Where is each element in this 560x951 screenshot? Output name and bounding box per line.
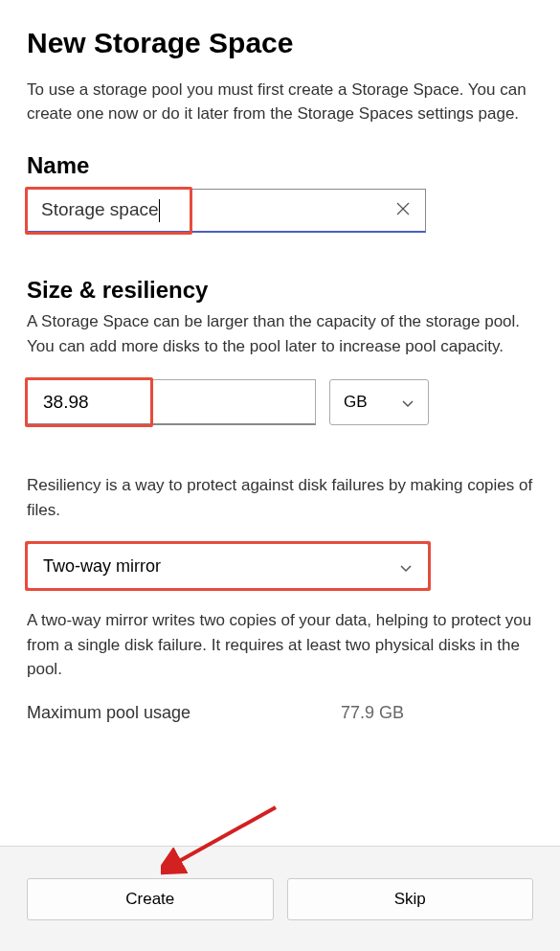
clear-name-button[interactable] <box>394 202 412 219</box>
size-description: A Storage Space can be larger than the c… <box>27 309 533 358</box>
chevron-down-icon <box>401 396 414 409</box>
resiliency-explanation: A two-way mirror writes two copies of yo… <box>27 608 533 682</box>
resiliency-select-value: Two-way mirror <box>43 556 161 577</box>
usage-value: 77.9 GB <box>341 703 404 723</box>
size-input[interactable]: 38.98 <box>27 379 316 425</box>
size-label: Size & resiliency <box>27 277 533 304</box>
name-label: Name <box>27 152 533 179</box>
intro-text: To use a storage pool you must first cre… <box>27 79 533 125</box>
usage-label: Maximum pool usage <box>27 703 341 723</box>
close-icon <box>396 202 410 219</box>
skip-button[interactable]: Skip <box>287 878 534 920</box>
page-title: New Storage Space <box>27 27 533 59</box>
usage-row: Maximum pool usage 77.9 GB <box>27 703 533 723</box>
name-input[interactable]: Storage space <box>27 189 426 233</box>
size-unit-select[interactable]: GB <box>329 379 429 425</box>
chevron-down-icon <box>399 559 413 573</box>
create-button[interactable]: Create <box>27 878 274 920</box>
footer-bar: Create Skip <box>0 846 560 951</box>
size-unit-value: GB <box>344 393 368 412</box>
size-input-value: 38.98 <box>43 392 89 413</box>
resiliency-select[interactable]: Two-way mirror <box>27 543 429 589</box>
resiliency-description: Resiliency is a way to protect against d… <box>27 473 533 522</box>
text-cursor <box>159 199 160 222</box>
name-input-value: Storage space <box>41 199 159 219</box>
